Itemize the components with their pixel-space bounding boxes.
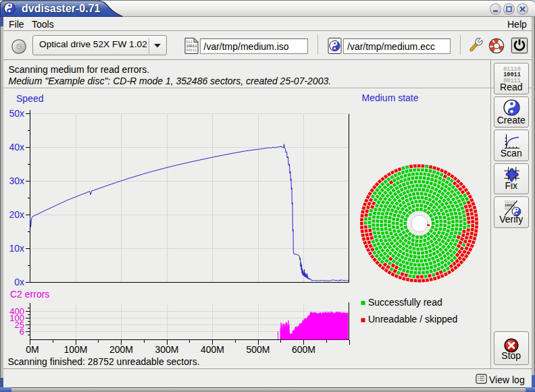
svg-text:50x: 50x: [9, 108, 24, 119]
svg-text:0x: 0x: [14, 277, 24, 287]
svg-text:200M: 200M: [109, 344, 133, 355]
svg-text:10x: 10x: [9, 243, 24, 254]
svg-text:300M: 300M: [155, 344, 178, 355]
svg-text:Unreadable / skipped: Unreadable / skipped: [368, 314, 457, 325]
svg-text:500M: 500M: [246, 344, 270, 355]
svg-text:6: 6: [20, 327, 24, 337]
svg-text:600M: 600M: [292, 344, 315, 355]
svg-text:400M: 400M: [201, 344, 224, 355]
svg-text:Speed: Speed: [16, 93, 43, 104]
svg-text:100M: 100M: [63, 344, 87, 355]
svg-text:Successfully read: Successfully read: [368, 297, 442, 308]
svg-text:40x: 40x: [9, 142, 24, 152]
svg-text:20x: 20x: [9, 209, 24, 220]
svg-text:Medium state: Medium state: [362, 92, 419, 103]
svg-text:30x: 30x: [9, 175, 24, 186]
svg-text:C2 errors: C2 errors: [10, 289, 49, 300]
svg-text:0M: 0M: [26, 344, 39, 355]
svg-text:Scanning finished: 28752 unrea: Scanning finished: 28752 unreadable sect…: [8, 356, 200, 367]
